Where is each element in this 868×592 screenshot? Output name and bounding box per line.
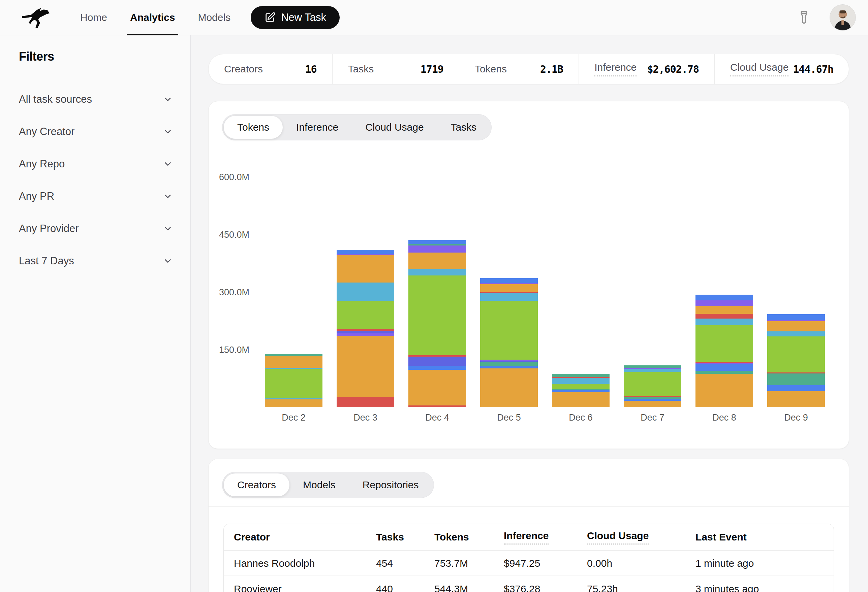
bar-segment-blue[interactable]	[480, 366, 538, 368]
bar-segment-teal[interactable]	[552, 374, 610, 377]
filter-any-pr[interactable]: Any PR	[19, 180, 173, 212]
bar-segment-purple[interactable]	[337, 333, 394, 336]
bar-segment-red[interactable]	[337, 397, 394, 407]
chart-tab-cloud-usage[interactable]: Cloud Usage	[352, 116, 437, 139]
bar-segment-teal[interactable]	[265, 354, 322, 356]
filter-any-repo[interactable]: Any Repo	[19, 148, 173, 180]
nav-item-models[interactable]: Models	[186, 0, 242, 35]
filter-last-7-days[interactable]: Last 7 Days	[19, 245, 173, 277]
stat-tasks[interactable]: Tasks1719	[332, 54, 459, 84]
bar-segment-sky[interactable]	[552, 378, 610, 384]
bar-segment-sky[interactable]	[695, 318, 753, 325]
column-header-cloud-usage[interactable]: Cloud Usage	[587, 530, 695, 545]
bar-segment-blue[interactable]	[337, 250, 394, 254]
bar-segment-orange[interactable]	[552, 392, 610, 407]
breakdown-tab-creators[interactable]: Creators	[224, 473, 289, 496]
bar-segment-green[interactable]	[480, 301, 538, 359]
stat-tokens[interactable]: Tokens2.1B	[459, 54, 579, 84]
cell-cloud-usage: 75.23h	[587, 583, 695, 592]
table-row-hannes-roodolph[interactable]: Hannes Roodolph454753.7M$947.250.00h1 mi…	[224, 551, 834, 576]
bar-segment-red[interactable]	[408, 405, 466, 407]
bar-segment-purple[interactable]	[695, 300, 753, 306]
bar-segment-sky[interactable]	[408, 269, 466, 275]
stat-label: Inference	[594, 62, 636, 77]
breakdown-tab-models[interactable]: Models	[289, 473, 349, 496]
bar-segment-sky[interactable]	[624, 369, 681, 372]
bar-segment-blue[interactable]	[695, 295, 753, 300]
bar-segment-teal[interactable]	[624, 397, 681, 399]
chart-tab-tokens[interactable]: Tokens	[224, 116, 283, 139]
bar-segment-blue[interactable]	[695, 364, 753, 371]
new-task-button[interactable]: New Task	[251, 6, 340, 29]
bar-segment-sky[interactable]	[337, 283, 394, 301]
bar-segment-sky[interactable]	[480, 293, 538, 301]
bar-segment-orange[interactable]	[408, 253, 466, 269]
nav-item-analytics[interactable]: Analytics	[119, 0, 186, 35]
bar-segment-teal[interactable]	[695, 371, 753, 374]
bar-dec-2[interactable]	[265, 354, 322, 407]
bar-segment-blue[interactable]	[480, 278, 538, 283]
flashlight-icon[interactable]	[795, 8, 813, 27]
kangaroo-logo-icon[interactable]	[18, 2, 55, 33]
bar-segment-purple[interactable]	[408, 246, 466, 253]
x-axis-label: Dec 4	[408, 412, 466, 423]
bar-segment-orange[interactable]	[265, 399, 322, 407]
cell-creator: Hannes Roodolph	[234, 558, 376, 569]
nav-item-home[interactable]: Home	[69, 0, 119, 35]
bar-segment-green[interactable]	[265, 369, 322, 398]
bar-segment-orange[interactable]	[767, 391, 825, 407]
bar-segment-orange[interactable]	[767, 321, 825, 332]
bar-segment-green[interactable]	[624, 372, 681, 396]
bar-segment-blue[interactable]	[767, 314, 825, 320]
stat-value: 1719	[421, 63, 443, 75]
stat-creators[interactable]: Creators16	[208, 54, 332, 84]
filter-any-provider[interactable]: Any Provider	[19, 212, 173, 245]
column-header-inference[interactable]: Inference	[504, 530, 587, 545]
cell-creator: Rooviewer	[234, 583, 376, 592]
bar-segment-blue[interactable]	[408, 366, 466, 370]
bar-segment-indigo[interactable]	[408, 356, 466, 366]
user-avatar[interactable]	[830, 4, 856, 31]
breakdown-tab-repositories[interactable]: Repositories	[349, 473, 432, 496]
bar-dec-5[interactable]	[480, 278, 538, 408]
bar-segment-green[interactable]	[767, 336, 825, 373]
bar-segment-orange[interactable]	[337, 336, 394, 397]
bar-segment-indigo[interactable]	[337, 331, 394, 333]
filter-all-task-sources[interactable]: All task sources	[19, 83, 173, 115]
bar-segment-teal[interactable]	[480, 362, 538, 366]
bar-dec-7[interactable]	[624, 365, 681, 407]
bar-segment-orange[interactable]	[480, 368, 538, 407]
bar-dec-9[interactable]	[767, 314, 825, 407]
bar-segment-orange[interactable]	[265, 356, 322, 367]
bar-segment-green[interactable]	[337, 301, 394, 329]
bar-segment-orange[interactable]	[695, 306, 753, 314]
bar-segment-sky[interactable]	[767, 331, 825, 336]
bar-segment-blue[interactable]	[767, 385, 825, 391]
chevron-down-icon	[163, 224, 173, 234]
chart-tab-inference[interactable]: Inference	[283, 116, 352, 139]
chevron-down-icon	[163, 191, 173, 201]
stat-inference[interactable]: Inference$2,602.78	[579, 54, 714, 84]
bar-dec-3[interactable]	[337, 250, 394, 407]
bar-segment-orange[interactable]	[624, 401, 681, 407]
bar-segment-green[interactable]	[408, 275, 466, 355]
stat-label: Tokens	[475, 63, 507, 75]
bar-segment-orange[interactable]	[480, 284, 538, 292]
chart-tab-tasks[interactable]: Tasks	[437, 116, 490, 139]
bar-segment-orange[interactable]	[695, 374, 753, 407]
stat-cloud-usage[interactable]: Cloud Usage144.67h	[714, 54, 849, 84]
bar-segment-red[interactable]	[695, 314, 753, 318]
bar-dec-6[interactable]	[552, 374, 610, 407]
bar-segment-orange[interactable]	[408, 370, 466, 405]
bar-dec-4[interactable]	[408, 240, 466, 407]
chart-tabs-row: TokensInferenceCloud UsageTasks	[208, 102, 849, 149]
filter-any-creator[interactable]: Any Creator	[19, 115, 173, 148]
bar-segment-blue[interactable]	[408, 240, 466, 244]
bar-segment-orange[interactable]	[337, 255, 394, 283]
table-row-rooviewer[interactable]: Rooviewer440544.3M$376.2875.23h3 minutes…	[224, 576, 834, 592]
bar-dec-8[interactable]	[695, 295, 753, 407]
bar-segment-teal[interactable]	[767, 373, 825, 385]
bar-segment-green[interactable]	[695, 325, 753, 362]
bar-segment-green[interactable]	[552, 384, 610, 389]
bar-segment-teal[interactable]	[624, 365, 681, 368]
